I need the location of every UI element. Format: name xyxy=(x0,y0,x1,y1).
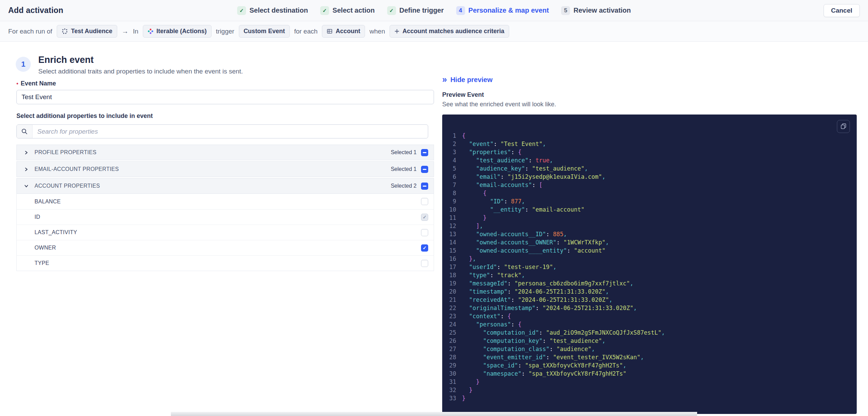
property-group-header-account-properties[interactable]: ACCOUNT PROPERTIESSelected 2 xyxy=(16,178,434,194)
code-text: } xyxy=(462,394,465,402)
code-text: "ID": 877, xyxy=(462,197,525,205)
chip-account-matches-audience-criteria[interactable]: Account matches audience criteria xyxy=(390,25,509,38)
summary-text: For each run of xyxy=(8,28,52,35)
line-number: 10 xyxy=(448,205,462,214)
code-text: ], xyxy=(462,222,483,230)
search-box xyxy=(16,124,428,138)
code-text: "email-accounts": [ xyxy=(462,181,542,189)
arrow-icon: → xyxy=(122,27,128,35)
step-review-activation[interactable]: 5Review activation xyxy=(561,6,631,15)
line-number: 12 xyxy=(448,222,462,230)
property-row-owner[interactable]: OWNER xyxy=(17,240,434,255)
add-activation-page: Add activation ✓Select destination✓Selec… xyxy=(0,0,868,416)
hide-preview-link[interactable]: » Hide preview xyxy=(442,76,857,84)
chip-custom-event[interactable]: Custom Event xyxy=(239,25,290,38)
double-chevron-icon: » xyxy=(442,75,447,84)
required-marker: • xyxy=(16,81,18,86)
property-group-header-profile-properties[interactable]: PROFILE PROPERTIESSelected 1 xyxy=(16,145,434,160)
line-number: 13 xyxy=(448,230,462,238)
property-group-header-email-account-properties[interactable]: EMAIL-ACCOUNT PROPERTIESSelected 1 xyxy=(16,161,434,177)
line-number: 23 xyxy=(448,312,462,320)
property-row-id[interactable]: ID xyxy=(17,209,434,225)
code-line: 12 ], xyxy=(448,222,850,230)
search-icon xyxy=(17,125,32,138)
code-line: 27 "computation_class": "audience", xyxy=(448,345,850,353)
selected-count: Selected 2 xyxy=(391,183,417,189)
grid-icon xyxy=(327,28,333,34)
group-checkbox[interactable] xyxy=(421,183,428,190)
line-number: 26 xyxy=(448,337,462,345)
property-group-label: EMAIL-ACCOUNT PROPERTIES xyxy=(35,166,391,172)
event-name-label: • Event Name xyxy=(16,80,434,87)
step-label: Review activation xyxy=(573,6,631,14)
group-checkbox[interactable] xyxy=(421,166,428,173)
property-row-last-activity[interactable]: LAST_ACTIVITY xyxy=(17,225,434,240)
property-group-children: BALANCEIDLAST_ACTIVITYOWNERTYPE xyxy=(16,194,434,271)
code-text: } xyxy=(462,378,479,386)
summary-text: for each xyxy=(294,28,318,35)
step-define-trigger[interactable]: ✓Define trigger xyxy=(387,6,444,15)
chip-account[interactable]: Account xyxy=(322,25,365,38)
property-row-type[interactable]: TYPE xyxy=(17,255,434,271)
preview-json: 1{2 "event": "Test Event",3 "properties"… xyxy=(448,132,850,402)
line-number: 21 xyxy=(448,296,462,304)
chip-test-audience[interactable]: Test Audience xyxy=(57,25,117,38)
property-checkbox[interactable] xyxy=(421,198,428,205)
chevron-right-icon[interactable] xyxy=(24,150,29,155)
code-text: "namespace": "spa_tXXbfoyvCkY8rF47ghH2Ts… xyxy=(462,370,626,378)
cancel-button[interactable]: Cancel xyxy=(824,4,860,17)
property-row-balance[interactable]: BALANCE xyxy=(17,194,434,209)
audience-icon xyxy=(62,28,68,35)
line-number: 22 xyxy=(448,304,462,312)
line-number: 27 xyxy=(448,345,462,353)
code-text: "computation_key": "test_audience", xyxy=(462,337,606,345)
selected-count: Selected 1 xyxy=(391,149,417,156)
code-line: 24 "personas": { xyxy=(448,320,850,328)
code-line: 28 "event_emitter_id": "event_tester_IVX… xyxy=(448,353,850,361)
line-number: 25 xyxy=(448,328,462,337)
line-number: 4 xyxy=(448,156,462,164)
chip-label: Iterable (Actions) xyxy=(157,28,207,35)
property-row-label: BALANCE xyxy=(35,199,421,205)
step-select-action[interactable]: ✓Select action xyxy=(320,6,375,15)
chevron-right-icon[interactable] xyxy=(24,167,29,172)
main-content: 1 Enrich event Select additional traits … xyxy=(0,42,868,416)
property-checkbox[interactable] xyxy=(421,214,428,221)
step-select-destination[interactable]: ✓Select destination xyxy=(237,6,308,15)
property-checkbox[interactable] xyxy=(421,229,428,236)
line-number: 18 xyxy=(448,271,462,279)
chip-label: Test Audience xyxy=(71,28,112,35)
code-line: 3 "properties": { xyxy=(448,148,850,156)
line-number: 2 xyxy=(448,140,462,148)
code-text: { xyxy=(462,189,487,197)
enrich-step-header: 1 Enrich event Select additional traits … xyxy=(16,55,243,75)
step-personalize-map-event[interactable]: 4Personalize & map event xyxy=(456,6,549,15)
group-checkbox[interactable] xyxy=(421,149,428,156)
chevron-down-icon[interactable] xyxy=(24,184,29,188)
code-line: 16 }, xyxy=(448,255,850,263)
page-bottom-shadow xyxy=(171,412,697,416)
code-text: "computation_id": "aud_2iO9m2gSFmJNXCoQJ… xyxy=(462,328,665,337)
event-name-input[interactable] xyxy=(16,90,434,104)
code-line: 31 } xyxy=(448,378,850,386)
properties-accordion: PROFILE PROPERTIESSelected 1EMAIL-ACCOUN… xyxy=(16,145,434,271)
code-text: "originalTimestamp": "2024-06-25T21:31:3… xyxy=(462,304,637,312)
code-line: 20 "timestamp": "2024-06-25T21:31:33.020… xyxy=(448,287,850,296)
code-line: 21 "receivedAt": "2024-06-25T21:31:33.02… xyxy=(448,296,850,304)
chip-label: Account xyxy=(336,28,360,35)
preview-subtitle: See what the enriched event will look li… xyxy=(442,101,857,108)
code-text: "messageId": "personas_cb6zdbo6im9g7xxf7… xyxy=(462,279,634,287)
copy-button[interactable] xyxy=(837,120,850,133)
code-text: "personas": { xyxy=(462,320,521,328)
chip-iterable-actions[interactable]: Iterable (Actions) xyxy=(143,25,212,38)
check-icon: ✓ xyxy=(237,6,246,15)
code-line: 10 "__entity": "email-account" xyxy=(448,205,850,214)
search-input[interactable] xyxy=(32,125,428,138)
step-label: Define trigger xyxy=(399,6,444,14)
property-checkbox[interactable] xyxy=(421,260,428,267)
line-number: 8 xyxy=(448,189,462,197)
code-text: "owned-accounts__OWNER": "1WCWrTXfkp", xyxy=(462,238,609,246)
property-checkbox[interactable] xyxy=(421,244,428,252)
code-line: 18 "type": "track", xyxy=(448,271,850,279)
line-number: 5 xyxy=(448,164,462,173)
